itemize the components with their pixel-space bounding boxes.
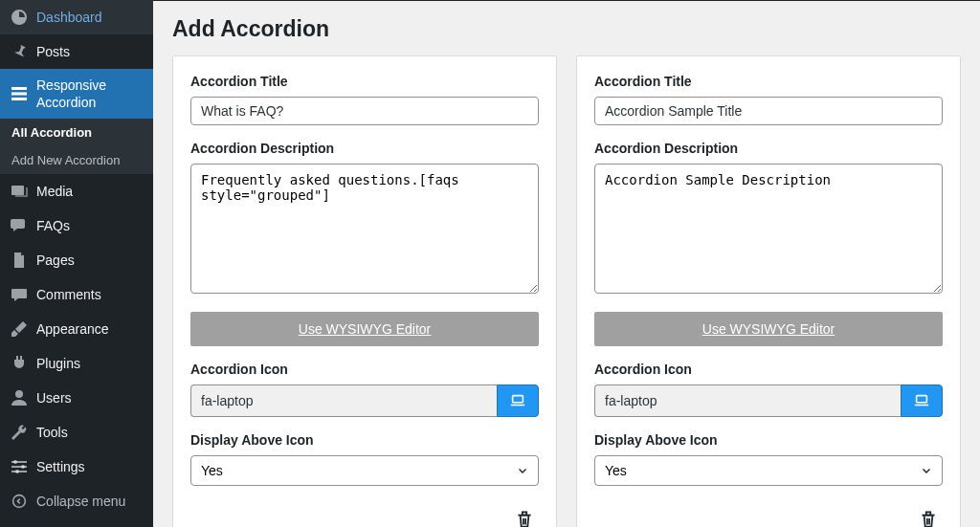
sidebar-item-label: Responsive Accordion bbox=[36, 77, 144, 111]
submenu-item-add-new-accordion[interactable]: Add New Accordion bbox=[0, 146, 153, 174]
page-icon bbox=[10, 251, 29, 270]
user-icon bbox=[10, 388, 29, 407]
sidebar-item-label: Dashboard bbox=[36, 9, 144, 26]
use-wysiwyg-button[interactable]: Use WYSIWYG Editor bbox=[190, 312, 539, 346]
icon-picker-button[interactable] bbox=[901, 384, 943, 417]
display-above-label: Display Above Icon bbox=[190, 432, 539, 448]
svg-point-11 bbox=[13, 495, 26, 508]
sidebar-item-label: Appearance bbox=[36, 320, 144, 338]
svg-rect-12 bbox=[513, 396, 523, 403]
laptop-icon bbox=[913, 392, 930, 409]
collapse-icon bbox=[10, 492, 29, 511]
trash-icon bbox=[514, 509, 535, 527]
admin-sidebar: Dashboard Posts Responsive Accordion All… bbox=[0, 0, 153, 527]
plug-icon bbox=[10, 354, 29, 373]
accordion-card: Accordion Title Accordion Description Fr… bbox=[172, 55, 557, 527]
sidebar-item-settings[interactable]: Settings bbox=[0, 450, 153, 484]
display-above-label: Display Above Icon bbox=[594, 432, 943, 448]
svg-rect-13 bbox=[917, 396, 927, 403]
laptop-icon bbox=[509, 392, 526, 409]
sidebar-item-label: FAQs bbox=[36, 217, 144, 234]
media-icon bbox=[10, 182, 29, 201]
icon-label: Accordion Icon bbox=[594, 362, 943, 377]
sidebar-item-plugins[interactable]: Plugins bbox=[0, 346, 153, 381]
sidebar-item-label: Comments bbox=[36, 286, 144, 303]
sidebar-item-label: Plugins bbox=[36, 355, 144, 372]
sliders-icon bbox=[10, 457, 29, 476]
sidebar-item-appearance[interactable]: Appearance bbox=[0, 312, 153, 346]
sidebar-item-faqs[interactable]: FAQs bbox=[0, 209, 153, 243]
description-label: Accordion Description bbox=[594, 141, 943, 156]
icon-picker-button[interactable] bbox=[497, 384, 539, 417]
accordion-title-input[interactable] bbox=[190, 97, 539, 125]
accordion-description-textarea[interactable]: Frequently asked questions.[faqs style="… bbox=[190, 164, 539, 294]
sidebar-item-label: Settings bbox=[36, 458, 144, 475]
sidebar-item-label: Media bbox=[36, 183, 144, 200]
sidebar-item-label: Posts bbox=[36, 43, 144, 60]
page-title: Add Accordion bbox=[172, 16, 961, 42]
sidebar-item-pages[interactable]: Pages bbox=[0, 243, 153, 277]
description-label: Accordion Description bbox=[190, 141, 539, 156]
sidebar-item-dashboard[interactable]: Dashboard bbox=[0, 0, 153, 34]
accordion-title-input[interactable] bbox=[594, 97, 943, 125]
svg-rect-3 bbox=[11, 186, 24, 195]
use-wysiwyg-button[interactable]: Use WYSIWYG Editor bbox=[594, 312, 943, 346]
accordion-icon-input[interactable] bbox=[594, 384, 901, 417]
display-above-select[interactable]: Yes bbox=[594, 455, 943, 486]
sidebar-item-label: Tools bbox=[36, 424, 144, 441]
dashboard-icon bbox=[10, 8, 29, 27]
accordion-icon bbox=[10, 84, 29, 103]
svg-rect-1 bbox=[11, 93, 27, 96]
title-label: Accordion Title bbox=[190, 74, 539, 89]
delete-card-button[interactable] bbox=[510, 505, 539, 527]
sidebar-item-posts[interactable]: Posts bbox=[0, 34, 153, 69]
brush-icon bbox=[10, 319, 29, 339]
svg-point-4 bbox=[15, 390, 23, 398]
sidebar-item-label: Pages bbox=[36, 252, 144, 269]
submenu-item-all-accordion[interactable]: All Accordion bbox=[0, 119, 153, 146]
sidebar-item-label: Users bbox=[36, 389, 144, 406]
delete-card-button[interactable] bbox=[914, 505, 943, 527]
trash-icon bbox=[918, 509, 939, 527]
svg-rect-0 bbox=[11, 87, 27, 90]
svg-point-8 bbox=[13, 460, 17, 464]
sidebar-item-comments[interactable]: Comments bbox=[0, 277, 153, 312]
sidebar-item-tools[interactable]: Tools bbox=[0, 415, 153, 450]
wrench-icon bbox=[10, 423, 29, 442]
svg-point-10 bbox=[15, 470, 19, 473]
sidebar-item-responsive-accordion[interactable]: Responsive Accordion bbox=[0, 69, 153, 119]
accordion-icon-input[interactable] bbox=[190, 384, 497, 417]
svg-point-9 bbox=[21, 465, 25, 469]
sidebar-item-users[interactable]: Users bbox=[0, 381, 153, 415]
pin-icon bbox=[10, 42, 29, 61]
collapse-label: Collapse menu bbox=[36, 493, 144, 510]
accordion-cards: Accordion Title Accordion Description Fr… bbox=[172, 55, 961, 527]
svg-rect-2 bbox=[11, 98, 27, 100]
title-label: Accordion Title bbox=[594, 74, 943, 89]
comments-icon bbox=[10, 216, 29, 235]
icon-label: Accordion Icon bbox=[190, 362, 539, 377]
sidebar-submenu: All Accordion Add New Accordion bbox=[0, 119, 153, 174]
accordion-description-textarea[interactable]: Accordion Sample Description bbox=[594, 164, 943, 294]
sidebar-item-media[interactable]: Media bbox=[0, 174, 153, 209]
comment-icon bbox=[10, 285, 29, 304]
collapse-menu[interactable]: Collapse menu bbox=[0, 484, 153, 518]
display-above-select[interactable]: Yes bbox=[190, 455, 539, 486]
accordion-card: Accordion Title Accordion Description Ac… bbox=[576, 55, 961, 527]
main-content: Add Accordion Accordion Title Accordion … bbox=[153, 0, 980, 527]
